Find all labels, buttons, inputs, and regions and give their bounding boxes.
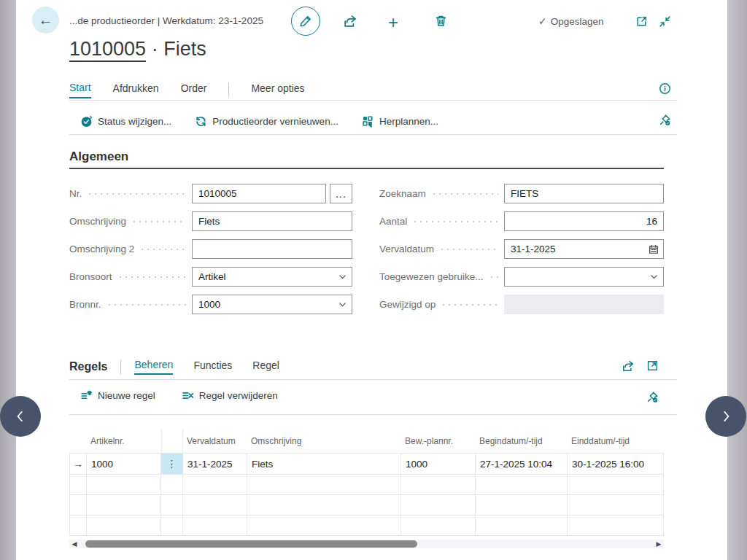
omschrijving-input[interactable]: [193, 212, 352, 230]
cell-bew-plannr[interactable]: 1000: [401, 454, 476, 475]
tab-afdrukken[interactable]: Afdrukken: [113, 82, 159, 98]
delete-button[interactable]: [434, 14, 448, 28]
tab-start[interactable]: Start: [69, 82, 91, 98]
general-section-title[interactable]: Algemeen: [69, 149, 128, 164]
herplannen-action[interactable]: Herplannen...: [362, 115, 438, 128]
replan-grid-icon: [362, 115, 374, 128]
unpin-lines-toolbar-button[interactable]: [646, 391, 659, 406]
collapse-button[interactable]: [659, 15, 671, 28]
empty-cell[interactable]: [476, 495, 568, 516]
row-menu-button[interactable]: ⋮: [161, 454, 183, 475]
order-number[interactable]: 1010005: [69, 38, 146, 62]
col-row-menu: [161, 429, 183, 454]
lines-section-title[interactable]: Regels: [69, 360, 107, 373]
empty-cell[interactable]: [183, 516, 247, 536]
tab-order[interactable]: Order: [181, 82, 207, 98]
share-button[interactable]: [343, 14, 357, 28]
chevron-down-icon[interactable]: [649, 272, 659, 281]
empty-cell[interactable]: [87, 475, 161, 495]
empty-cell[interactable]: [69, 495, 87, 516]
empty-cell[interactable]: [183, 495, 247, 516]
vervaldatum-input[interactable]: [505, 240, 649, 258]
empty-cell[interactable]: [247, 516, 401, 536]
field-nr: Nr. ...: [69, 184, 352, 203]
nieuwe-regel-action[interactable]: Nieuwe regel: [80, 389, 155, 402]
empty-cell[interactable]: [87, 516, 161, 536]
chevron-down-icon[interactable]: [338, 300, 347, 309]
col-einddatum-tijd[interactable]: Einddatum/-tijd: [568, 429, 664, 454]
open-in-new-window-button[interactable]: [635, 15, 648, 28]
cell-vervaldatum[interactable]: 31-1-2025: [183, 454, 247, 475]
bronsoort-select[interactable]: [193, 268, 338, 286]
dotted-leader: [431, 193, 498, 195]
scrollbar-track[interactable]: [80, 540, 654, 548]
back-button[interactable]: ←: [32, 7, 59, 34]
empty-cell[interactable]: [161, 475, 183, 495]
field-bronnr: Bronnr.: [69, 295, 352, 314]
aantal-input[interactable]: [505, 212, 663, 230]
cell-artikelnr[interactable]: 1000: [87, 454, 161, 475]
empty-cell[interactable]: [401, 475, 476, 495]
cell-begindatum[interactable]: 27-1-2025 10:04: [476, 454, 568, 475]
zoeknaam-input[interactable]: [505, 184, 663, 203]
back-arrow-icon: ←: [39, 12, 53, 28]
scroll-left-button[interactable]: ◀: [69, 540, 80, 548]
cell-omschrijving[interactable]: Fiets: [247, 454, 401, 475]
scrollbar-thumb[interactable]: [85, 540, 417, 548]
lines-focus-mode-button[interactable]: [646, 359, 659, 375]
field-zoeknaam: Zoeknaam: [379, 184, 664, 203]
nr-input[interactable]: [193, 184, 325, 203]
dotted-leader: [131, 221, 186, 222]
toegewezen-gebruiker-label: Toegewezen gebruike...: [379, 271, 484, 282]
page-inspection-button[interactable]: [659, 82, 671, 98]
empty-cell[interactable]: [568, 475, 664, 495]
bronnr-select[interactable]: [193, 295, 338, 314]
scroll-right-button[interactable]: ▶: [654, 540, 664, 548]
nr-assist-button[interactable]: ...: [330, 184, 352, 203]
empty-cell[interactable]: [476, 475, 568, 495]
previous-record-button[interactable]: [0, 396, 41, 437]
empty-cell[interactable]: [69, 516, 87, 536]
actionbar-separator-line: [69, 134, 677, 135]
field-omschrijving-2: Omschrijving 2: [69, 239, 352, 259]
unpin-actionbar-button[interactable]: [659, 114, 671, 129]
omschrijving-2-box: [192, 239, 352, 259]
field-omschrijving: Omschrijving: [69, 211, 352, 231]
empty-cell[interactable]: [87, 495, 161, 516]
col-omschrijving[interactable]: Omschrijving: [247, 429, 401, 454]
empty-cell[interactable]: [568, 516, 664, 536]
chevron-down-icon[interactable]: [338, 272, 347, 281]
col-vervaldatum[interactable]: Vervaldatum: [183, 429, 247, 454]
regel-verwijderen-action[interactable]: Regel verwijderen: [182, 389, 278, 402]
empty-cell[interactable]: [161, 495, 183, 516]
new-button[interactable]: +: [388, 12, 398, 33]
tab-meer-opties[interactable]: Meer opties: [251, 82, 304, 98]
col-begindatum-tijd[interactable]: Begindatum/-tijd: [476, 429, 568, 454]
empty-cell[interactable]: [401, 495, 476, 516]
empty-cell[interactable]: [401, 516, 476, 536]
productieorder-vernieuwen-action[interactable]: Productieorder vernieuwen...: [195, 115, 338, 128]
aantal-box: [504, 211, 664, 231]
next-record-button[interactable]: [705, 396, 746, 437]
empty-cell[interactable]: [247, 495, 401, 516]
row-indicator-header: [69, 429, 87, 454]
tab-beheren[interactable]: Beheren: [134, 359, 173, 375]
omschrijving-2-input[interactable]: [193, 240, 352, 258]
dotted-leader: [117, 276, 186, 278]
toegewezen-gebruiker-select[interactable]: [505, 268, 649, 286]
edit-button[interactable]: [291, 7, 320, 36]
empty-cell[interactable]: [247, 475, 401, 495]
tab-functies[interactable]: Functies: [193, 359, 232, 374]
col-bew-plannr[interactable]: Bew.-plannr.: [401, 429, 476, 454]
empty-cell[interactable]: [69, 475, 87, 495]
cell-einddatum[interactable]: 30-1-2025 16:00: [568, 454, 664, 475]
empty-cell[interactable]: [568, 495, 664, 516]
lines-share-button[interactable]: [622, 359, 635, 376]
empty-cell[interactable]: [161, 516, 183, 536]
empty-cell[interactable]: [476, 516, 568, 536]
empty-cell[interactable]: [183, 475, 247, 495]
calendar-icon[interactable]: [649, 244, 659, 254]
tab-regel[interactable]: Regel: [252, 359, 279, 374]
col-artikelnr[interactable]: Artikelnr.: [87, 429, 161, 454]
status-wijzigen-action[interactable]: Status wijzigen...: [80, 115, 171, 128]
